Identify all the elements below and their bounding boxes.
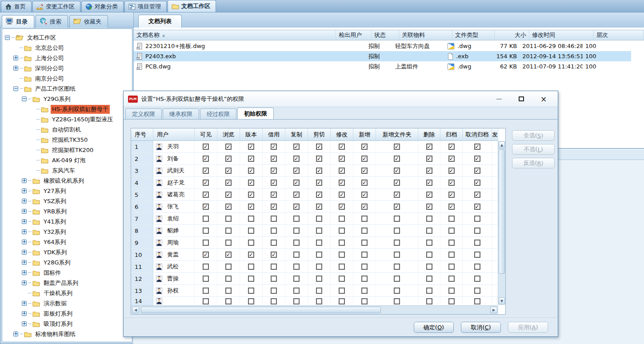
scroll-left-icon[interactable]: ◀ (132, 307, 139, 313)
checkbox-checked[interactable]: ✓ (394, 180, 400, 186)
checkbox-checked[interactable]: ✓ (339, 204, 345, 210)
tree-item[interactable]: HS-系列双烘缸酵母干 (2, 104, 132, 114)
checkbox-checked[interactable]: ✓ (448, 144, 455, 150)
checkbox-unchecked[interactable] (339, 298, 345, 304)
apply-button[interactable]: 应用(A) (508, 322, 548, 333)
checkbox-checked[interactable]: ✓ (293, 204, 300, 210)
expand-icon[interactable]: + (22, 301, 27, 306)
perm-column-header[interactable]: 借用 (263, 128, 285, 140)
checkbox-unchecked[interactable] (339, 216, 345, 222)
checkbox-unchecked[interactable] (316, 228, 322, 234)
checkbox-checked[interactable]: ✓ (203, 252, 209, 258)
checkbox-unchecked[interactable] (394, 276, 400, 282)
dialog-title-bar[interactable]: PLM 设置“HS-系列双烘缸酵母干燥机”的权限 × (124, 91, 558, 107)
checkbox-unchecked[interactable] (448, 228, 455, 234)
checkbox-unchecked[interactable] (271, 228, 277, 234)
checkbox-unchecked[interactable] (225, 216, 232, 222)
expand-icon[interactable]: + (22, 260, 27, 265)
expand-icon[interactable]: + (22, 188, 27, 193)
checkbox-unchecked[interactable] (448, 264, 455, 270)
checkbox-checked[interactable]: ✓ (394, 192, 400, 198)
doc-column-header[interactable]: 修改时间 (529, 30, 594, 40)
main-tab-home[interactable]: 首页 (1, 1, 32, 12)
checkbox-checked[interactable]: ✓ (426, 192, 432, 198)
expand-icon[interactable]: + (22, 311, 27, 316)
checkbox-unchecked[interactable] (293, 264, 300, 270)
checkbox-checked[interactable]: ✓ (225, 192, 232, 198)
cancel-button[interactable]: 取消(C) (461, 322, 501, 333)
checkbox-checked[interactable]: ✓ (394, 156, 400, 162)
doc-column-header[interactable]: 关联物料 (399, 30, 452, 40)
tree-item[interactable]: +Y27系列 (2, 186, 132, 196)
ok-button[interactable]: 确定(O) (414, 322, 454, 333)
checkbox-checked[interactable]: ✓ (271, 180, 277, 186)
checkbox-unchecked[interactable] (426, 264, 432, 270)
checkbox-checked[interactable]: ✓ (225, 156, 232, 162)
tree-item[interactable]: +上海分公司 (2, 53, 132, 63)
checkbox-unchecked[interactable] (361, 288, 368, 294)
tree-item[interactable]: 干燥机系列 (2, 288, 132, 298)
checkbox-unchecked[interactable] (339, 288, 345, 294)
tree-item[interactable]: +橡胶硫化机系列 (2, 176, 132, 186)
checkbox-unchecked[interactable] (474, 264, 480, 270)
checkbox-unchecked[interactable] (394, 298, 400, 304)
horizontal-scrollbar[interactable]: ◀ ▶ (131, 305, 498, 314)
tree-item[interactable]: −文档工作区 (2, 32, 132, 43)
perm-column-header[interactable]: 修改 (331, 128, 353, 140)
nav-tab-catalog[interactable]: 目录 (2, 15, 34, 28)
checkbox-checked[interactable]: ✓ (203, 180, 209, 186)
tree-item[interactable]: 东风汽车 (2, 165, 132, 176)
checkbox-unchecked[interactable] (339, 276, 345, 282)
checkbox-unchecked[interactable] (203, 298, 209, 304)
checkbox-checked[interactable]: ✓ (271, 204, 277, 210)
checkbox-checked[interactable]: ✓ (394, 204, 400, 210)
checkbox-unchecked[interactable] (316, 276, 322, 282)
tree-item[interactable]: +YSZ系列 (2, 196, 132, 206)
checkbox-unchecked[interactable] (474, 216, 480, 222)
expand-icon[interactable]: + (22, 280, 27, 285)
tree-item[interactable]: +国标件 (2, 268, 132, 278)
checkbox-checked[interactable]: ✓ (225, 168, 232, 174)
doc-column-header[interactable]: 文档名称▲ (134, 30, 336, 40)
checkbox-unchecked[interactable] (426, 276, 432, 282)
table-row[interactable]: 3武则天✓✓✓✓✓✓✓✓✓✓✓✓ (131, 165, 498, 177)
checkbox-checked[interactable]: ✓ (426, 156, 432, 162)
tree-item[interactable]: +演示数据 (2, 298, 132, 308)
checkbox-checked[interactable]: ✓ (225, 180, 232, 186)
scroll-right-icon[interactable]: ▶ (490, 307, 497, 313)
checkbox-unchecked[interactable] (361, 216, 368, 222)
doc-column-header[interactable]: 文件类型 (452, 30, 495, 40)
table-row[interactable]: 13孙权 (131, 285, 498, 297)
tree-item[interactable]: 挖掘机TK350 (2, 135, 132, 145)
checkbox-checked[interactable]: ✓ (271, 168, 277, 174)
checkbox-checked[interactable]: ✓ (248, 192, 254, 198)
checkbox-unchecked[interactable] (394, 252, 400, 258)
checkbox-unchecked[interactable] (361, 276, 368, 282)
checkbox-checked[interactable]: ✓ (248, 252, 254, 258)
tree-item[interactable]: 自动切割机 (2, 124, 132, 135)
checkbox-checked[interactable]: ✓ (316, 180, 322, 186)
checkbox-checked[interactable]: ✓ (225, 252, 232, 258)
checkbox-checked[interactable]: ✓ (316, 144, 322, 150)
checkbox-checked[interactable]: ✓ (293, 156, 300, 162)
checkbox-unchecked[interactable] (225, 288, 232, 294)
checkbox-unchecked[interactable] (448, 288, 455, 294)
checkbox-checked[interactable]: ✓ (361, 180, 368, 186)
checkbox-unchecked[interactable] (203, 240, 209, 246)
checkbox-checked[interactable]: ✓ (271, 252, 277, 258)
table-row[interactable]: 8貂婵 (131, 225, 498, 237)
checkbox-unchecked[interactable] (426, 298, 432, 304)
checkbox-unchecked[interactable] (339, 240, 345, 246)
checkbox-checked[interactable]: ✓ (474, 192, 480, 198)
expand-icon[interactable]: + (22, 209, 27, 214)
expand-icon[interactable]: + (22, 321, 27, 326)
checkbox-unchecked[interactable] (426, 240, 432, 246)
checkbox-unchecked[interactable] (339, 264, 345, 270)
checkbox-unchecked[interactable] (248, 264, 254, 270)
checkbox-unchecked[interactable] (426, 288, 432, 294)
checkbox-checked[interactable]: ✓ (293, 144, 300, 150)
checkbox-unchecked[interactable] (203, 264, 209, 270)
collapse-icon[interactable]: − (22, 96, 27, 101)
scroll-up-icon[interactable]: ▲ (499, 141, 505, 148)
perm-column-header[interactable]: 删除 (418, 128, 440, 140)
